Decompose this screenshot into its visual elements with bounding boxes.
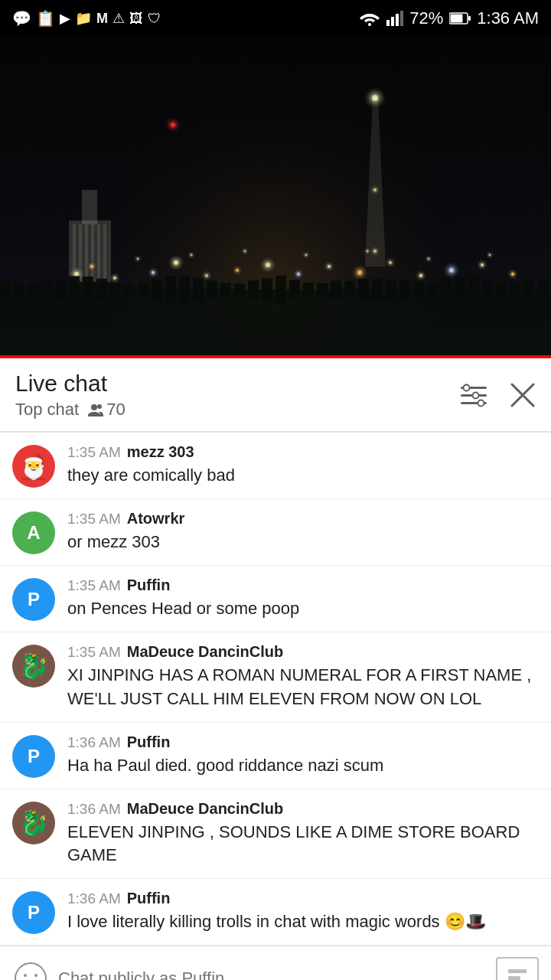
chat-messages-list: 🎅 1:35 AM mezz 303 they are comically ba… [0, 433, 551, 946]
close-icon[interactable] [510, 382, 536, 408]
svg-rect-1 [386, 20, 390, 26]
svg-point-15 [478, 400, 484, 406]
avatar: 🐉 [12, 645, 55, 688]
svg-point-0 [368, 23, 371, 26]
chat-message-row: P 1:35 AM Puffin on Pences Head or some … [0, 566, 551, 632]
message-content: 1:35 AM MaDeuce DancinClub XI JINPING HA… [67, 643, 539, 711]
message-time: 1:35 AM [67, 444, 121, 461]
message-author: MaDeuce DancinClub [127, 643, 283, 661]
chat-input-bar [0, 946, 551, 980]
status-right: 72% 1:36 AM [359, 8, 539, 28]
top-chat-row: Top chat 70 [15, 400, 459, 420]
message-meta: 1:36 AM MaDeuce DancinClub [67, 800, 539, 818]
youtube-icon: ▶ [60, 10, 70, 27]
chat-send-button[interactable] [496, 957, 539, 980]
message-icon: 💬 [12, 9, 31, 28]
message-meta: 1:35 AM mezz 303 [67, 443, 539, 461]
alert-icon: ⚠ [112, 10, 125, 27]
avatar: P [12, 578, 55, 621]
message-content: 1:35 AM Puffin on Pences Head or some po… [67, 577, 539, 621]
folder-icon: 📁 [75, 10, 92, 27]
message-time: 1:36 AM [67, 734, 121, 751]
message-meta: 1:36 AM Puffin [67, 890, 539, 907]
message-text: I love literally killing trolls in chat … [67, 910, 539, 934]
svg-rect-4 [400, 11, 403, 26]
avatar: P [12, 891, 55, 934]
message-text: on Pences Head or some poop [67, 597, 539, 621]
message-text: or mezz 303 [67, 531, 539, 554]
message-content: 1:35 AM Atowrkr or mezz 303 [67, 510, 539, 554]
svg-rect-7 [468, 16, 471, 21]
video-player[interactable] [0, 37, 551, 358]
m-icon: M [96, 11, 108, 27]
battery-level: 72% [409, 8, 443, 28]
viewer-count: 70 [85, 400, 125, 420]
chat-message-row: 🐉 1:36 AM MaDeuce DancinClub ELEVEN JINP… [0, 789, 551, 880]
message-text: they are comically bad [67, 464, 539, 488]
svg-point-19 [24, 974, 27, 977]
message-text: ELEVEN JINPING , SOUNDS LIKE A DIME STOR… [67, 821, 539, 868]
svg-point-20 [34, 974, 37, 977]
message-author: Puffin [127, 890, 171, 907]
chat-message-row: 🐉 1:35 AM MaDeuce DancinClub XI JINPING … [0, 632, 551, 723]
svg-rect-6 [451, 15, 463, 23]
top-chat-label[interactable]: Top chat [15, 400, 79, 420]
chat-message-row: P 1:36 AM Puffin Ha ha Paul died. good r… [0, 723, 551, 789]
message-author: mezz 303 [127, 443, 194, 461]
svg-rect-2 [391, 17, 394, 26]
message-author: Puffin [127, 733, 171, 751]
message-content: 1:35 AM mezz 303 they are comically bad [67, 443, 539, 488]
wifi-icon [359, 11, 380, 26]
avatar: A [12, 511, 55, 554]
message-text: XI JINPING HAS A ROMAN NUMERAL FOR A FIR… [67, 664, 539, 711]
message-content: 1:36 AM MaDeuce DancinClub ELEVEN JINPIN… [67, 800, 539, 868]
filter-icon[interactable] [459, 382, 488, 408]
svg-point-18 [15, 963, 46, 980]
signal-icon [386, 11, 403, 26]
chat-header: Live chat Top chat 70 [0, 358, 551, 432]
message-time: 1:36 AM [67, 890, 121, 907]
status-icons-left: 💬 📋 ▶ 📁 M ⚠ 🖼 🛡 [12, 9, 161, 28]
battery-icon [449, 11, 471, 25]
chat-input[interactable] [58, 969, 487, 980]
live-chat-title: Live chat [15, 371, 459, 397]
svg-rect-3 [396, 14, 399, 26]
svg-rect-22 [508, 976, 520, 980]
avatar: 🐉 [12, 802, 55, 844]
avatar: 🎅 [12, 445, 55, 488]
message-meta: 1:35 AM MaDeuce DancinClub [67, 643, 539, 661]
chat-message-row: P 1:36 AM Puffin I love literally killin… [0, 879, 551, 946]
svg-point-8 [97, 404, 102, 409]
memo-icon: 📋 [36, 9, 55, 28]
message-time: 1:36 AM [67, 801, 121, 818]
message-content: 1:36 AM Puffin I love literally killing … [67, 890, 539, 934]
message-author: Puffin [127, 577, 171, 594]
svg-rect-21 [508, 969, 527, 973]
chat-message-row: 🎅 1:35 AM mezz 303 they are comically ba… [0, 433, 551, 499]
svg-point-14 [473, 392, 479, 398]
svg-point-13 [464, 384, 470, 390]
image-icon: 🖼 [129, 11, 143, 27]
message-author: Atowrkr [127, 510, 185, 528]
emoji-picker-button[interactable] [12, 960, 49, 980]
message-content: 1:36 AM Puffin Ha ha Paul died. good rid… [67, 733, 539, 778]
chat-message-row: A 1:35 AM Atowrkr or mezz 303 [0, 499, 551, 566]
message-meta: 1:36 AM Puffin [67, 733, 539, 751]
status-bar: 💬 📋 ▶ 📁 M ⚠ 🖼 🛡 72% [0, 0, 551, 37]
message-text: Ha ha Paul died. good riddance nazi scum [67, 754, 539, 778]
message-author: MaDeuce DancinClub [127, 800, 283, 818]
message-time: 1:35 AM [67, 644, 121, 661]
message-meta: 1:35 AM Atowrkr [67, 510, 539, 528]
chat-header-actions [459, 382, 536, 408]
avatar: P [12, 735, 55, 778]
message-time: 1:35 AM [67, 511, 121, 528]
chat-header-left: Live chat Top chat 70 [15, 371, 459, 420]
shield-icon: 🛡 [148, 11, 161, 27]
message-meta: 1:35 AM Puffin [67, 577, 539, 594]
message-time: 1:35 AM [67, 577, 121, 594]
time-display: 1:36 AM [477, 8, 539, 28]
viewer-count-number: 70 [106, 400, 125, 420]
